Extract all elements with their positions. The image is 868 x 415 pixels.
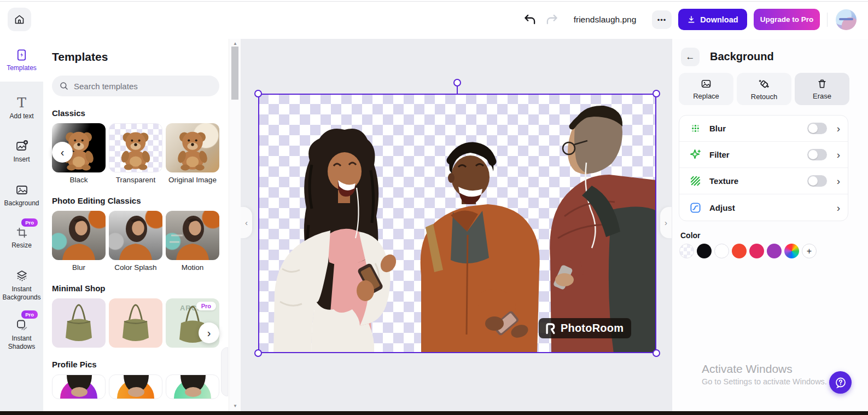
retouch-eraser-icon: [758, 78, 770, 90]
swatch-transparent[interactable]: [679, 244, 694, 258]
collapse-right-panel-tab[interactable]: ›: [660, 207, 672, 238]
nav-item-templates[interactable]: Templates: [0, 39, 43, 82]
add-text-icon: T: [17, 96, 26, 109]
add-color-button[interactable]: +: [802, 244, 817, 258]
portrait-graphic: [52, 211, 106, 260]
color-swatches: +: [679, 244, 817, 258]
activate-windows-line1: Activate Windows: [702, 362, 827, 376]
redo-button[interactable]: [545, 13, 559, 27]
scroll-down-arrow[interactable]: ▼: [229, 404, 241, 408]
home-icon: [14, 14, 25, 25]
template-thumb-bag-1[interactable]: [52, 298, 106, 348]
template-thumb-original[interactable]: [166, 123, 219, 172]
search-icon: [59, 81, 69, 91]
option-row-blur[interactable]: Blur ›: [679, 116, 848, 142]
template-thumb-motion[interactable]: [166, 211, 219, 260]
search-input[interactable]: [74, 82, 205, 91]
selection-handle-top-left[interactable]: [254, 90, 262, 97]
action-label: Replace: [693, 92, 719, 100]
option-row-adjust[interactable]: Adjust ›: [679, 194, 848, 221]
template-search[interactable]: [52, 76, 219, 96]
nav-label: Insert: [13, 155, 30, 164]
carousel-prev-button[interactable]: ‹: [52, 142, 73, 163]
blur-toggle[interactable]: [807, 123, 827, 134]
nav-item-add-text[interactable]: T Add text: [0, 88, 43, 128]
trash-icon: [817, 78, 828, 89]
swatch-black[interactable]: [697, 244, 712, 258]
chevron-right-icon: ›: [837, 176, 840, 186]
option-label: Filter: [709, 150, 800, 159]
nav-item-instant-backgrounds[interactable]: Instant Backgrounds: [0, 262, 43, 308]
portrait-graphic: [109, 211, 162, 260]
thumb-label: Transparent: [109, 176, 162, 184]
download-button[interactable]: Download: [678, 9, 747, 30]
option-row-filter[interactable]: Filter ›: [679, 142, 848, 168]
action-label: Retouch: [751, 93, 777, 101]
nav-label: Resize: [11, 241, 32, 250]
chevron-right-icon: ›: [665, 218, 667, 227]
replace-image-icon: [701, 78, 712, 89]
scrollbar-thumb[interactable]: [231, 47, 238, 100]
more-menu-button[interactable]: •••: [652, 10, 672, 29]
selection-handle-top-right[interactable]: [653, 90, 660, 97]
chevron-right-icon: ›: [837, 123, 840, 134]
account-avatar[interactable]: [836, 9, 857, 30]
option-row-texture[interactable]: Texture ›: [679, 168, 848, 194]
swatch-red[interactable]: [732, 244, 747, 258]
scroll-up-arrow[interactable]: ▲: [229, 41, 241, 46]
nav-item-instant-shadows[interactable]: Pro Instant Shadows: [0, 309, 43, 360]
templates-scrollbar[interactable]: ▲ ▼: [229, 39, 241, 415]
nav-item-background[interactable]: Background: [0, 176, 43, 215]
profile-pics-row: [52, 374, 220, 399]
template-thumb-bag-2[interactable]: [109, 298, 162, 348]
redo-icon: [545, 13, 559, 27]
templates-icon: [15, 49, 28, 61]
selected-image[interactable]: PhotoRoom: [258, 94, 656, 353]
carousel-next-button[interactable]: ›: [199, 322, 219, 343]
texture-toggle[interactable]: [807, 175, 827, 187]
chevron-left-icon: ‹: [61, 146, 65, 159]
nav-item-resize[interactable]: Pro Resize: [0, 217, 43, 259]
swatch-pink[interactable]: [749, 244, 764, 258]
retouch-button[interactable]: Retouch: [737, 73, 791, 105]
background-panel: ← Background Replace Retouch Erase Blur …: [672, 39, 868, 415]
selection-handle-rotate[interactable]: [453, 79, 461, 87]
adjust-icon: [689, 201, 702, 214]
activate-windows-watermark: Activate Windows Go to Settings to activ…: [702, 362, 827, 386]
editor-canvas[interactable]: ‹ ›: [241, 39, 672, 415]
collapse-left-panel-tab[interactable]: ‹: [241, 207, 252, 238]
template-thumb-profile-1[interactable]: [52, 374, 106, 399]
template-thumb-blur[interactable]: [52, 211, 106, 260]
ellipsis-icon: •••: [657, 16, 667, 24]
swatch-purple[interactable]: [767, 244, 782, 258]
undo-button[interactable]: [523, 13, 537, 27]
background-options-card: Blur › Filter › Texture › Adjust ›: [679, 115, 848, 221]
template-thumb-partial[interactable]: [221, 347, 228, 396]
swatch-white[interactable]: [714, 244, 729, 258]
background-icon: [15, 183, 28, 197]
nav-item-insert[interactable]: Insert: [0, 132, 43, 171]
thumb-label: Black: [52, 176, 106, 184]
help-button[interactable]: [829, 371, 852, 394]
selection-handle-bottom-left[interactable]: [254, 349, 262, 357]
thumb-label: Original Image: [166, 176, 219, 184]
chevron-left-icon: ‹: [245, 218, 248, 227]
template-thumb-transparent[interactable]: [109, 123, 162, 172]
template-thumb-color-splash[interactable]: [109, 211, 162, 260]
teddy-bear-graphic: [109, 124, 162, 172]
selection-handle-bottom-right[interactable]: [653, 349, 660, 357]
home-button[interactable]: [8, 8, 31, 31]
template-thumb-profile-3[interactable]: [166, 374, 219, 399]
back-button[interactable]: ←: [681, 48, 700, 66]
filter-toggle[interactable]: [807, 149, 827, 160]
template-thumb-profile-2[interactable]: [109, 374, 162, 399]
chevron-right-icon: ›: [207, 327, 211, 339]
swatch-rainbow[interactable]: [784, 244, 799, 258]
minimal-shop-row: ARCHI Pro: [52, 298, 220, 348]
photo-editing-labels: Blur Color Splash Motion: [52, 263, 220, 272]
erase-button[interactable]: Erase: [795, 73, 849, 105]
document-title[interactable]: friendslaugh.png: [569, 15, 641, 25]
replace-button[interactable]: Replace: [679, 73, 733, 105]
upgrade-to-pro-button[interactable]: Upgrade to Pro: [754, 9, 820, 30]
selection-border[interactable]: [258, 94, 656, 353]
